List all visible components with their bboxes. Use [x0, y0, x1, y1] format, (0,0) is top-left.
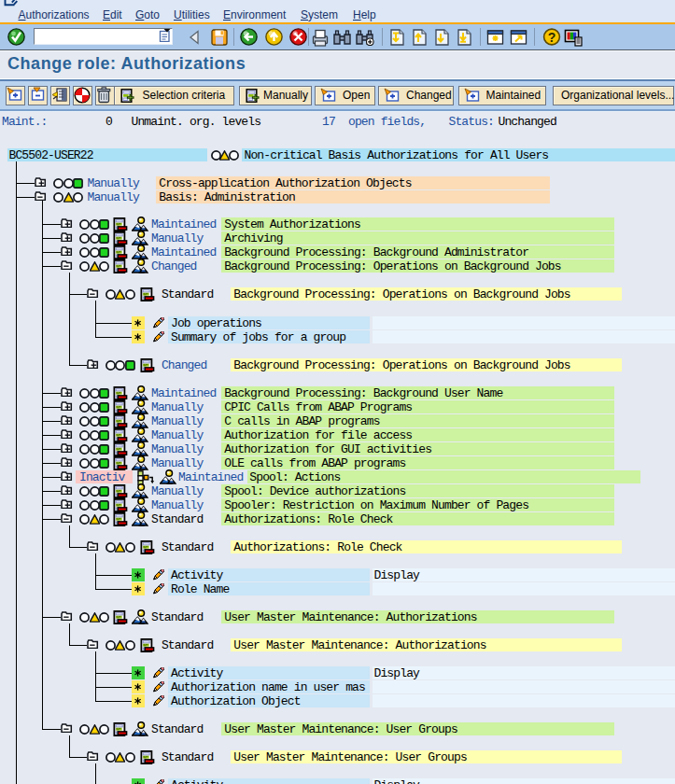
- svg-text:?: ?: [548, 30, 556, 45]
